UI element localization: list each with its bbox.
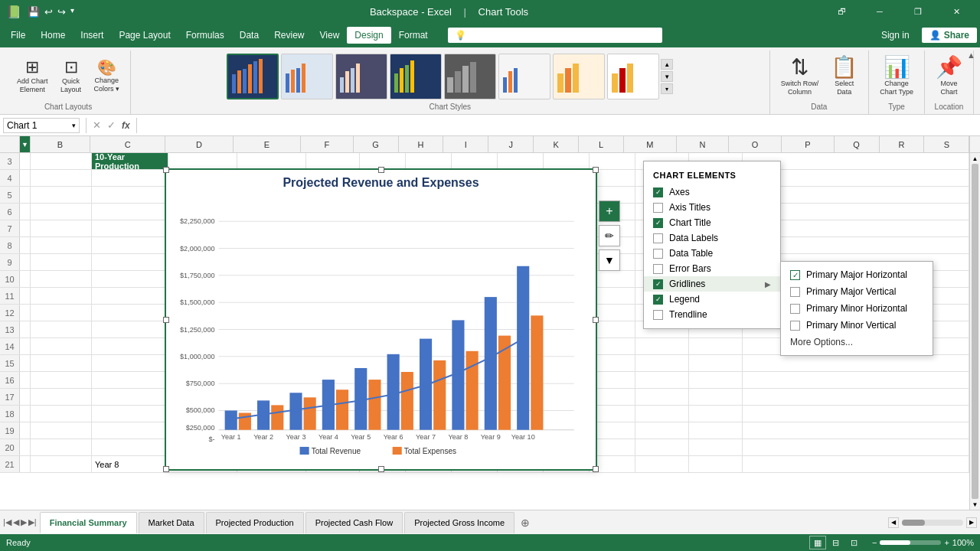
tab-last-icon[interactable]: ▶| xyxy=(28,517,37,527)
chart-styles-scroll[interactable]: ▲ ▼ ▾ xyxy=(661,59,673,94)
tab-next-icon[interactable]: ▶ xyxy=(21,517,27,527)
primary-major-horizontal-checkbox[interactable] xyxy=(790,270,800,280)
menu-format[interactable]: Format xyxy=(391,27,436,44)
cell-a11[interactable] xyxy=(20,288,31,304)
primary-major-vertical-item[interactable]: Primary Major Vertical xyxy=(781,283,933,300)
primary-minor-vertical-item[interactable]: Primary Minor Vertical xyxy=(781,317,933,334)
gridlines-checkbox[interactable]: ✓ xyxy=(653,279,663,289)
window-controls[interactable]: 🗗 ─ ❐ ✕ xyxy=(824,0,974,23)
cell-col0-row13[interactable] xyxy=(31,321,92,337)
cell-f3[interactable] xyxy=(306,153,360,169)
cancel-icon[interactable]: ✕ xyxy=(93,119,101,131)
cell-a19[interactable] xyxy=(20,422,31,439)
cell-col0-row20[interactable] xyxy=(31,439,92,455)
cell-col1-row17[interactable] xyxy=(92,389,168,405)
menu-review[interactable]: Review xyxy=(266,27,312,44)
cell-col1-row7[interactable] xyxy=(92,220,168,236)
col-header-b[interactable]: B xyxy=(31,136,91,152)
cell-col11-row20[interactable] xyxy=(635,439,689,455)
more-options-button[interactable]: More Options... xyxy=(781,334,933,350)
chart-style-6[interactable] xyxy=(498,54,550,99)
move-chart-button[interactable]: 📌 MoveChart xyxy=(931,54,967,99)
customize-icon[interactable]: ▾ xyxy=(70,6,74,18)
trendline-checkbox[interactable] xyxy=(653,310,663,320)
zoom-slider[interactable] xyxy=(880,540,941,545)
col-header-d[interactable]: D xyxy=(165,136,233,152)
tab-market-data[interactable]: Market Data xyxy=(139,512,204,533)
chart-style-1[interactable] xyxy=(227,54,279,99)
cell-col1-row14[interactable] xyxy=(92,338,168,354)
cell-col1-row8[interactable] xyxy=(92,237,168,253)
chart-handle-tc[interactable] xyxy=(378,167,384,173)
cell-a17[interactable] xyxy=(20,389,31,405)
cell-col12-row19[interactable] xyxy=(689,422,743,439)
scroll-up-button[interactable]: ▲ xyxy=(661,59,673,70)
cell-col1-row12[interactable] xyxy=(92,305,168,321)
cell-col0-row5[interactable] xyxy=(31,187,92,203)
page-layout-view-button[interactable]: ⊟ xyxy=(828,536,844,549)
col-header-i[interactable]: I xyxy=(443,136,488,152)
chart-handle-tl[interactable] xyxy=(163,167,169,173)
data-labels-checkbox[interactable] xyxy=(653,233,663,243)
trendline-item[interactable]: Trendline xyxy=(644,307,780,322)
tab-first-icon[interactable]: |◀ xyxy=(3,517,11,527)
cell-rest-15[interactable] xyxy=(743,355,969,371)
hscroll-track[interactable] xyxy=(902,520,963,526)
chart-styles-button[interactable]: ✏ xyxy=(599,225,620,246)
cell-col12-row16[interactable] xyxy=(689,372,743,388)
name-box[interactable]: Chart 1 ▾ xyxy=(3,118,80,133)
cell-h3[interactable] xyxy=(406,153,452,169)
function-icon[interactable]: fx xyxy=(122,120,130,131)
cell-col1-row20[interactable] xyxy=(92,439,168,455)
cell-a6[interactable] xyxy=(20,204,31,220)
axis-titles-item[interactable]: Axis Titles xyxy=(644,200,780,215)
primary-minor-vertical-checkbox[interactable] xyxy=(790,321,800,331)
select-data-button[interactable]: 📋 SelectData xyxy=(826,54,862,99)
cell-col1-row15[interactable] xyxy=(92,355,168,371)
cell-a4[interactable] xyxy=(20,170,31,186)
cell-col1-row11[interactable] xyxy=(92,288,168,304)
primary-major-horizontal-item[interactable]: Primary Major Horizontal xyxy=(781,266,933,283)
chart-handle-bl[interactable] xyxy=(163,466,169,472)
chart-handle-ml[interactable] xyxy=(163,317,169,323)
zoom-in-button[interactable]: + xyxy=(944,538,949,547)
collapse-ribbon-button[interactable]: ▲ xyxy=(967,51,975,60)
chart-title-item[interactable]: ✓ Chart Title xyxy=(644,215,780,230)
cell-col1-row19[interactable] xyxy=(92,422,168,439)
col-header-f[interactable]: F xyxy=(301,136,354,152)
cell-col0-row12[interactable] xyxy=(31,305,92,321)
cell-a21[interactable] xyxy=(20,456,31,472)
col-header-l[interactable]: L xyxy=(579,136,624,152)
data-table-checkbox[interactable] xyxy=(653,249,663,259)
tell-me-input[interactable]: 💡 Tell me what you want to do... xyxy=(448,28,662,43)
chart-style-8[interactable] xyxy=(607,54,659,99)
menu-view[interactable]: View xyxy=(312,27,348,44)
cell-rest-16[interactable] xyxy=(743,372,969,388)
cell-j3[interactable] xyxy=(498,153,544,169)
cell-k3[interactable] xyxy=(544,153,590,169)
cell-col1-row21[interactable]: Year 8 xyxy=(92,456,168,472)
axes-item[interactable]: ✓ Axes xyxy=(644,184,780,200)
cell-col12-row18[interactable] xyxy=(689,406,743,422)
chart-filters-button[interactable]: ▼ xyxy=(599,249,620,271)
cell-col12-row20[interactable] xyxy=(689,439,743,455)
legend-item[interactable]: ✓ Legend xyxy=(644,292,780,307)
cell-col0-row4[interactable] xyxy=(31,170,92,186)
quick-access[interactable]: 💾 ↩ ↪ ▾ xyxy=(28,6,74,18)
error-bars-item[interactable]: Error Bars xyxy=(644,261,780,276)
chart-style-5[interactable] xyxy=(444,54,496,99)
menu-design[interactable]: Design xyxy=(347,27,390,44)
chart-handle-bc[interactable] xyxy=(378,466,384,472)
cell-rest-21[interactable] xyxy=(743,456,969,472)
cell-c3[interactable]: 10-Year Production xyxy=(92,153,168,169)
hscroll-thumb[interactable] xyxy=(902,520,925,526)
cell-col1-row6[interactable] xyxy=(92,204,168,220)
cell-col0-row8[interactable] xyxy=(31,237,92,253)
col-header-r[interactable]: R xyxy=(880,136,925,152)
undo-icon[interactable]: ↩ xyxy=(44,6,53,18)
cell-a9[interactable] xyxy=(20,254,31,270)
cell-col1-row4[interactable] xyxy=(92,170,168,186)
chart-style-3[interactable] xyxy=(335,54,387,99)
cell-col1-row9[interactable] xyxy=(92,254,168,270)
redo-icon[interactable]: ↪ xyxy=(57,6,66,18)
